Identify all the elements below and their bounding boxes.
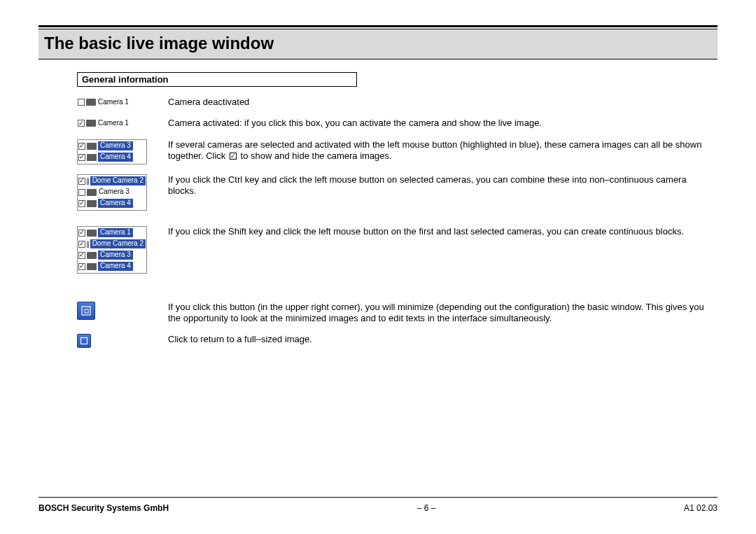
row-text: If you click this button (in the upper r…: [168, 302, 718, 325]
camera-group: Camera 3 Camera 4: [77, 139, 147, 164]
dome-camera-icon: [87, 241, 89, 248]
camera-label: Dome Camera 2: [90, 176, 146, 185]
footer-center: – 6 –: [417, 503, 436, 513]
row-text: If you click the Shift key and click the…: [168, 226, 718, 237]
minimize-window-icon: [77, 302, 95, 320]
row-camera-deactivated: Camera 1 Camera deactivated: [77, 97, 718, 108]
svg-rect-0: [82, 307, 90, 315]
row-text: If several cameras are selected and acti…: [168, 139, 718, 162]
camera-icon: [87, 189, 97, 196]
dome-camera-icon: [87, 178, 89, 185]
camera-icon: [87, 230, 97, 237]
camera-label: Camera 4: [98, 199, 133, 208]
camera-item-selected: Camera 4: [78, 261, 146, 272]
camera-item-selected: Dome Camera 2: [78, 176, 146, 187]
camera-item-checked: Camera 1: [77, 118, 168, 129]
camera-icon: [87, 252, 97, 259]
row-camera-activated: Camera 1 Camera activated: if you click …: [77, 118, 718, 129]
camera-item-unchecked: Camera 3: [78, 187, 146, 198]
camera-label: Camera 3: [98, 141, 133, 150]
row-minimize: If you click this button (in the upper r…: [77, 302, 718, 325]
checkbox-checked-icon: [78, 178, 85, 185]
row-multi-select: Camera 3 Camera 4 If several cameras are…: [77, 139, 718, 164]
footer-rule: [38, 497, 718, 498]
camera-icon: [87, 154, 97, 161]
camera-item-selected: Dome Camera 2: [78, 239, 146, 250]
footer-left: BOSCH Security Systems GmbH: [38, 503, 169, 513]
row-ctrl-select: Dome Camera 2 Camera 3 Camera 4 If you c…: [77, 174, 718, 211]
camera-icon: [87, 143, 97, 150]
camera-item-selected: Camera 3: [78, 141, 146, 152]
checkbox-checked-icon: [78, 241, 85, 248]
camera-label: Dome Camera 2: [90, 239, 146, 248]
section-header: General information: [77, 72, 357, 87]
camera-icon: [87, 263, 97, 270]
camera-label: Camera 4: [98, 153, 133, 162]
camera-label: Camera 1: [97, 98, 130, 107]
camera-icon: [86, 120, 96, 127]
page-footer: BOSCH Security Systems GmbH – 6 – A1 02.…: [38, 497, 718, 513]
row-text: Click to return to a full–sized image.: [168, 334, 718, 345]
camera-icon: [87, 200, 97, 207]
top-rule: [38, 25, 718, 27]
camera-item-unchecked: Camera 1: [77, 97, 168, 108]
footer-right: A1 02.03: [684, 503, 718, 513]
camera-label: Camera 4: [98, 262, 133, 271]
camera-group: Camera 1 Dome Camera 2 Camera 3: [77, 226, 147, 274]
camera-group: Dome Camera 2 Camera 3 Camera 4: [77, 174, 147, 211]
row-restore: Click to return to a full–sized image.: [77, 334, 718, 348]
row-text: Camera deactivated: [168, 97, 718, 108]
camera-item-selected: Camera 4: [78, 152, 146, 163]
row-text: If you click the Ctrl key and click the …: [168, 174, 718, 197]
camera-icon: [86, 99, 96, 106]
camera-item-selected: Camera 1: [78, 227, 146, 239]
camera-label: Camera 1: [97, 119, 130, 128]
row-shift-select: Camera 1 Dome Camera 2 Camera 3: [77, 226, 718, 274]
camera-item-selected: Camera 4: [78, 198, 146, 209]
camera-item-selected: Camera 3: [78, 250, 146, 261]
row-text: Camera activated: if you click this box,…: [168, 118, 718, 129]
page-title: The basic live image window: [38, 29, 718, 59]
restore-window-icon: [77, 334, 91, 348]
camera-label: Camera 3: [98, 251, 133, 260]
text-part-b: to show and hide the camera images.: [238, 150, 392, 161]
inline-checkbox-icon: [230, 153, 237, 160]
svg-rect-1: [85, 309, 88, 313]
camera-label: Camera 3: [98, 188, 130, 197]
svg-rect-2: [81, 338, 88, 344]
camera-label: Camera 1: [98, 228, 133, 237]
